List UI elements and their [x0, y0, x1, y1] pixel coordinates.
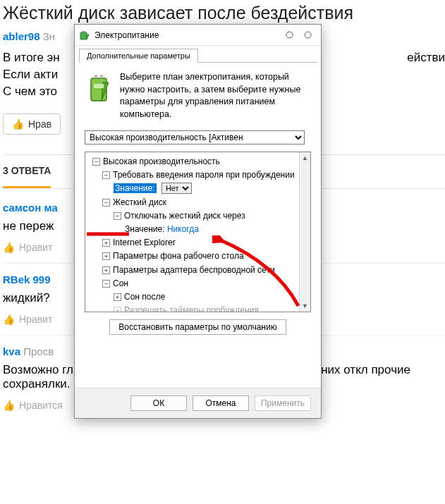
collapse-icon[interactable]: −	[102, 199, 110, 207]
tab-strip: Дополнительные параметры	[75, 46, 321, 63]
settings-tree[interactable]: −Высокая производительность −Требовать в…	[85, 152, 311, 312]
answer-author-link[interactable]: самсон ма	[3, 202, 58, 214]
scroll-down-icon[interactable]: ▼	[300, 300, 310, 312]
dialog-footer: ОК Отмена Применить	[75, 388, 321, 418]
svg-rect-8	[94, 84, 104, 88]
tree-node-sleep[interactable]: −Сон	[87, 277, 310, 290]
tree-value-hdd[interactable]: Значение: Никогда	[87, 223, 310, 236]
expand-icon[interactable]: +	[102, 239, 110, 247]
svg-point-3	[286, 32, 293, 38]
value-label: Значение:	[114, 183, 157, 193]
thumb-up-icon: 👍	[3, 400, 15, 411]
tree-node-wireless[interactable]: +Параметры адаптера беспроводной сети	[87, 264, 310, 277]
tab-advanced[interactable]: Дополнительные параметры	[79, 49, 198, 63]
power-app-icon	[79, 30, 90, 41]
tree-node-password[interactable]: −Требовать введения пароля при пробужден…	[87, 168, 310, 182]
close-button[interactable]	[298, 28, 317, 42]
answer-author-link[interactable]: kva	[3, 345, 20, 357]
power-options-dialog: Электропитание Дополнительные параметры …	[74, 24, 322, 419]
value-label: Значение:	[125, 224, 165, 234]
expand-icon[interactable]: +	[114, 293, 121, 301]
answer-author-meta: Просв	[23, 345, 54, 357]
svg-rect-7	[100, 75, 103, 78]
svg-rect-0	[80, 32, 87, 39]
thumb-up-icon: 👍	[3, 242, 15, 253]
tree-node-sleep-after[interactable]: +Сон после	[87, 290, 310, 304]
scroll-up-icon[interactable]: ▲	[300, 152, 310, 164]
value-link[interactable]: Никогда	[167, 224, 199, 234]
expand-icon[interactable]: +	[102, 266, 110, 274]
svg-point-4	[305, 32, 311, 38]
like-action[interactable]: 👍Нравит	[3, 242, 52, 253]
help-button[interactable]	[280, 28, 298, 42]
svg-rect-2	[84, 31, 85, 32]
like-action[interactable]: 👍Нравится	[3, 400, 63, 411]
intro-text: Выберите план электропитания, который ну…	[120, 71, 311, 121]
like-action[interactable]: 👍Нравит	[3, 314, 52, 325]
battery-icon	[85, 71, 113, 121]
tree-node-turnoff-hdd[interactable]: −Отключать жесткий диск через	[87, 209, 310, 223]
svg-rect-1	[82, 31, 83, 32]
restore-defaults-button[interactable]: Восстановить параметры по умолчанию	[109, 319, 286, 335]
collapse-icon[interactable]: −	[92, 158, 100, 166]
intro-section: Выберите план электропитания, который ну…	[75, 63, 321, 128]
collapse-icon[interactable]: −	[102, 280, 110, 288]
like-button[interactable]: 👍 Нрав	[3, 113, 61, 135]
apply-button: Применить	[255, 395, 311, 411]
question-meta: Зн	[43, 30, 55, 42]
power-plan-select[interactable]: Высокая производительность [Активен	[85, 130, 305, 145]
expand-icon[interactable]: +	[102, 252, 110, 260]
cancel-button[interactable]: Отмена	[193, 395, 249, 411]
collapse-icon[interactable]: −	[102, 171, 110, 179]
tree-value-password[interactable]: Значение: Нет	[87, 182, 310, 195]
dialog-title-bar[interactable]: Электропитание	[75, 25, 321, 46]
tree-node-root[interactable]: −Высокая производительность	[87, 155, 310, 168]
answers-count-header: 3 ОТВЕТА	[3, 155, 51, 188]
svg-rect-6	[95, 75, 97, 78]
tree-node-ie[interactable]: +Internet Explorer	[87, 236, 310, 250]
expand-icon[interactable]: +	[114, 307, 121, 312]
answer-author-link[interactable]: RBek 999	[3, 273, 51, 285]
dialog-title: Электропитание	[95, 30, 280, 40]
thumb-up-icon: 👍	[12, 118, 24, 130]
tree-node-harddisk[interactable]: −Жесткий диск	[87, 196, 310, 209]
thumb-up-icon: 👍	[3, 314, 15, 325]
question-author-link[interactable]: abler98	[3, 30, 40, 42]
ok-button[interactable]: ОК	[130, 395, 187, 411]
tree-scrollbar[interactable]: ▲ ▼	[299, 152, 310, 312]
tree-node-desktop-bg[interactable]: +Параметры фона рабочего стола	[87, 250, 310, 263]
value-dropdown[interactable]: Нет	[161, 183, 192, 194]
tree-node-wake-timers[interactable]: +Разрешить таймеры пробуждения	[87, 304, 310, 312]
collapse-icon[interactable]: −	[114, 212, 121, 220]
